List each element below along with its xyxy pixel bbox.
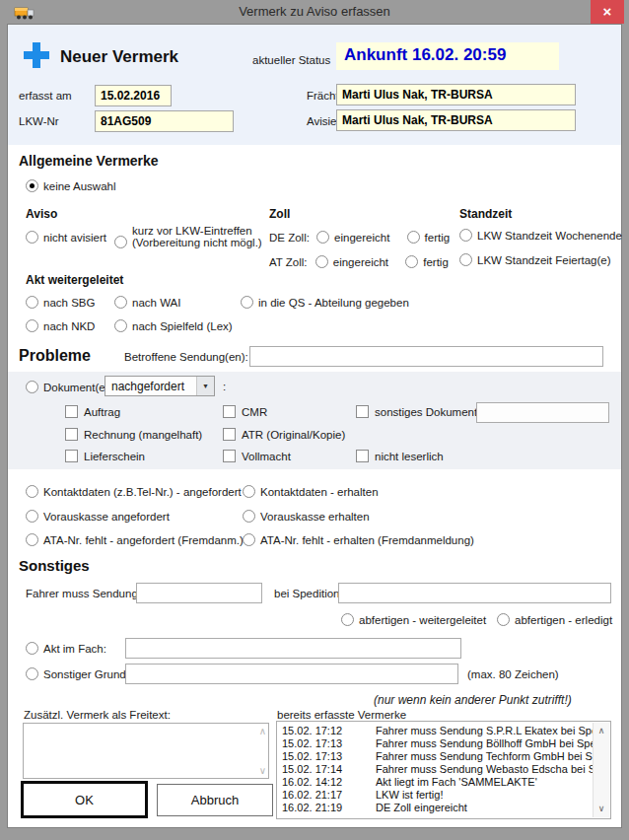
radio-nach-wai[interactable]: nach WAI <box>114 296 180 309</box>
radio-icon <box>26 381 38 393</box>
vermerk-row[interactable]: 16.02. 14:12Akt liegt im Fach 'SAMMELAKT… <box>278 776 593 789</box>
radio-icon <box>114 296 127 309</box>
vertical-scrollbar[interactable]: ∧ ∨ <box>593 723 609 817</box>
radio-ata-angefordert[interactable]: ATA-Nr. fehlt - angefordert (Fremdanm.) <box>26 533 244 546</box>
scroll-up-icon[interactable]: ∧ <box>594 724 609 738</box>
checkbox-icon <box>223 405 236 418</box>
radio-nach-sbg[interactable]: nach SBG <box>26 296 95 309</box>
vermerke-listbox[interactable]: 15.02. 17:12Fahrer muss Sendung S.P.R.L … <box>276 721 611 819</box>
checkbox-rechnung[interactable]: Rechnung (mangelhaft) <box>65 428 202 441</box>
subheading-standzeit: Standzeit <box>459 207 512 221</box>
radio-icon <box>243 533 255 546</box>
radio-ata-erhalten[interactable]: ATA-Nr. fehlt - erhalten (Fremdanmeldung… <box>243 533 474 546</box>
radio-kontaktdaten-angefordert[interactable]: Kontaktdaten (z.B.Tel-Nr.) - angefordert <box>26 485 242 498</box>
radio-standzeit-wochenende[interactable]: LKW Standzeit Wochenende <box>459 229 622 242</box>
titlebar[interactable]: Vermerk zu Aviso erfassen × <box>0 0 629 24</box>
dialog-window: Vermerk zu Aviso erfassen × Neuer Vermer… <box>0 0 629 840</box>
freitext-label: Zusätzl. Vermerk als Freitext: <box>24 709 171 721</box>
radio-de-zoll-fertig[interactable]: fertig <box>407 232 451 244</box>
radio-kontaktdaten-erhalten[interactable]: Kontaktdaten - erhalten <box>243 485 379 498</box>
checkbox-atr[interactable]: ATR (Original/Kopie) <box>223 428 345 441</box>
radio-vorauskasse-erhalten[interactable]: Vorauskasse erhalten <box>243 510 370 523</box>
subheading-akt-weitergeleitet: Akt weitergeleitet <box>26 273 123 287</box>
dokumente-dropdown[interactable]: nachgefordert ▼ <box>105 376 215 396</box>
radio-at-zoll-eingereicht[interactable]: eingereicht <box>315 256 388 268</box>
radio-keine-auswahl[interactable]: keine Auswahl <box>26 179 116 192</box>
scroll-down-icon[interactable]: ∨ <box>594 802 609 816</box>
abbruch-button[interactable]: Abbruch <box>157 784 273 816</box>
checkbox-icon <box>65 450 78 462</box>
radio-icon <box>26 667 38 680</box>
checkbox-sonstiges-dokument[interactable]: sonstiges Dokument: <box>356 405 480 418</box>
checkbox-icon <box>356 450 369 462</box>
radio-sonstiger-grund[interactable]: Sonstiger Grund: <box>26 667 129 680</box>
chevron-down-icon[interactable]: ∨ <box>259 765 266 776</box>
radio-dokumente[interactable]: Dokument(e) <box>26 381 108 393</box>
akt-im-fach-input[interactable] <box>125 638 461 659</box>
sonstiger-grund-input[interactable] <box>125 664 458 684</box>
checkbox-icon <box>65 405 78 418</box>
radio-vorauskasse-angefordert[interactable]: Vorauskasse angefordert <box>26 510 170 523</box>
radio-de-zoll-eingereicht[interactable]: eingereicht <box>316 232 389 244</box>
vermerk-row[interactable]: 15.02. 17:13Fahrer muss Sendung Techform… <box>278 750 593 763</box>
checkbox-nicht-leserlich[interactable]: nicht leserlich <box>356 450 444 462</box>
hinweis-note: (nur wenn kein anderer Punkt zutrifft!) <box>374 693 572 707</box>
checkbox-vollmacht[interactable]: Vollmacht <box>223 450 291 462</box>
section-sonstiges: Sonstiges <box>19 557 90 574</box>
lkw-nr-field[interactable]: 81AG509 <box>95 110 234 132</box>
radio-icon <box>114 319 127 332</box>
checkbox-cmr[interactable]: CMR <box>223 405 267 418</box>
window-title: Vermerk zu Aviso erfassen <box>0 4 629 19</box>
de-zoll-row: DE Zoll: eingereicht fertig <box>269 231 450 244</box>
page-title: Neuer Vermerk <box>60 47 178 67</box>
radio-icon <box>26 642 38 655</box>
radio-icon <box>241 296 253 309</box>
radio-icon <box>315 255 328 268</box>
vermerke-label: bereits erfasste Vermerke <box>277 709 406 721</box>
radio-abfertigen-erledigt[interactable]: abfertigen - erledigt <box>497 613 612 626</box>
checkbox-lieferschein[interactable]: Lieferschein <box>65 450 145 462</box>
radio-icon <box>114 236 127 248</box>
vermerk-row[interactable]: 16.02. 21:19DE Zoll eingereicht <box>278 802 593 814</box>
radio-nach-nkd[interactable]: nach NKD <box>26 319 95 332</box>
erfasst-am-label: erfasst am <box>19 90 72 102</box>
chevron-down-icon[interactable]: ▼ <box>196 377 214 395</box>
radio-icon <box>26 510 38 523</box>
ok-button[interactable]: OK <box>21 781 148 818</box>
bei-spedition-input[interactable] <box>338 583 611 603</box>
checkbox-icon <box>65 428 78 441</box>
vermerk-row[interactable]: 15.02. 17:14Fahrer muss Sendung Webasto … <box>278 763 593 776</box>
radio-at-zoll-fertig[interactable]: fertig <box>405 256 449 268</box>
chevron-up-icon[interactable]: ∧ <box>259 726 266 736</box>
freitext-textarea[interactable]: ∧ ∨ <box>23 723 269 779</box>
vermerk-row[interactable]: 16.02. 21:17LKW ist fertig! <box>278 789 593 802</box>
sonstiges-dokument-input[interactable] <box>476 402 609 423</box>
checkbox-icon <box>223 428 236 441</box>
radio-nach-spielfeld[interactable]: nach Spielfeld (Lex) <box>114 319 233 332</box>
radio-icon <box>243 485 255 498</box>
avisierer-field[interactable]: Marti Ulus Nak, TR-BURSA <box>336 109 576 131</box>
radio-nicht-avisiert[interactable]: nicht avisiert <box>26 231 106 244</box>
vermerk-row[interactable]: 15.02. 17:13Fahrer muss Sendung Böllhoff… <box>278 737 593 750</box>
betroffene-sendungen-input[interactable] <box>249 346 603 367</box>
radio-qs-abteilung[interactable]: in die QS - Abteilung gegeben <box>241 296 409 309</box>
erfasst-am-field[interactable]: 15.02.2016 <box>95 85 172 106</box>
fahrer-sendung-input[interactable] <box>136 583 262 603</box>
checkbox-icon <box>356 405 369 418</box>
dokumente-colon: : <box>223 381 226 392</box>
close-button[interactable]: × <box>591 0 624 24</box>
fahrer-muss-sendung-label: Fahrer muss Sendung <box>26 588 138 599</box>
fraechter-field[interactable]: Marti Ulus Nak, TR-BURSA <box>336 84 576 105</box>
radio-icon <box>316 231 329 244</box>
radio-icon <box>26 179 38 192</box>
lkw-nr-label: LKW-Nr <box>19 115 59 127</box>
max-zeichen-hint: (max. 80 Zeichen) <box>467 668 559 680</box>
radio-icon <box>497 613 510 626</box>
bei-spedition-label: bei Spedition <box>274 588 340 599</box>
radio-akt-im-fach[interactable]: Akt im Fach: <box>26 642 106 655</box>
radio-abfertigen-weitergeleitet[interactable]: abfertigen - weitergeleitet <box>341 613 486 626</box>
radio-standzeit-feiertag[interactable]: LKW Standzeit Feiertag(e) <box>459 253 611 266</box>
dropdown-value: nachgefordert <box>105 380 196 393</box>
checkbox-auftrag[interactable]: Auftrag <box>65 405 120 418</box>
vermerk-row[interactable]: 15.02. 17:12Fahrer muss Sendung S.P.R.L … <box>278 725 593 737</box>
